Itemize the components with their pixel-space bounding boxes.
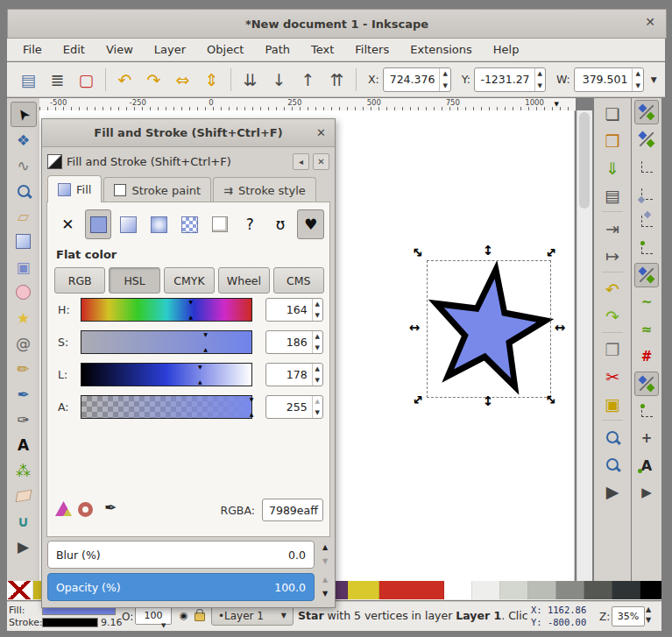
alpha-spin-frame[interactable]: 255▲▼ <box>265 395 323 419</box>
panel-close-button[interactable]: ✕ <box>313 153 329 170</box>
no-paint-button[interactable]: ✕ <box>54 209 81 239</box>
hue-value[interactable]: 164 <box>266 299 312 321</box>
spin-down-icon[interactable]: ▼ <box>315 377 320 384</box>
snap-bbox-centers-button[interactable] <box>634 236 659 260</box>
edit-cut-button[interactable]: ✂ <box>598 363 626 390</box>
palette-swatch-purple[interactable] <box>334 581 348 599</box>
document-import-button[interactable]: ⇥ <box>598 215 626 242</box>
snap-cusp-nodes-button[interactable]: # <box>634 344 659 369</box>
w-spin-arrows[interactable]: ▲▼ <box>632 68 642 91</box>
menu-view[interactable]: View <box>95 40 144 59</box>
zoom-value[interactable]: 35% <box>618 611 639 622</box>
opacity-up-icon[interactable]: ▲ <box>322 577 328 584</box>
scale-handle-bottom[interactable]: ↕ <box>481 394 495 408</box>
menu-extensions[interactable]: Extensions <box>400 40 483 59</box>
swatch-button[interactable] <box>206 209 233 239</box>
tool-node-editor[interactable]: ❖ <box>11 127 37 152</box>
select-all-layers-button[interactable]: ≣ <box>43 67 72 93</box>
w-spinbox[interactable]: 379.501 ▲▼ <box>574 67 644 92</box>
document-print-button[interactable]: ▤ <box>598 181 626 209</box>
snap-nodes-button[interactable] <box>634 263 659 287</box>
hue-spin-arrows[interactable]: ▲▼ <box>312 299 322 321</box>
snap-object-centers-button[interactable]: + <box>634 426 659 450</box>
spin-down-icon[interactable]: ▼ <box>635 82 640 89</box>
alpha-value[interactable]: 255 <box>266 396 312 418</box>
eyedropper-icon[interactable]: ✒ <box>104 499 117 516</box>
alpha-spinbox[interactable]: 255▲▼ <box>265 395 323 419</box>
color-mode-rgb[interactable]: RGB <box>54 267 105 294</box>
palette-swatch-gray-1[interactable] <box>528 581 556 599</box>
snap-text-baseline-button[interactable]: A <box>634 453 659 478</box>
snap-bbox-corners-button[interactable] <box>634 181 659 206</box>
snap-bbox-edges-button[interactable] <box>634 154 659 179</box>
document-open-button[interactable]: ❒ <box>598 127 626 154</box>
menu-help[interactable]: Help <box>483 40 530 59</box>
opacity-spin-arrows[interactable]: ▲ ▼ <box>318 573 332 601</box>
zoom-up-icon[interactable]: ▲ <box>646 605 651 613</box>
lightness-spin-arrows[interactable]: ▲▼ <box>312 364 322 386</box>
menu-edit[interactable]: Edit <box>53 40 95 59</box>
vertical-scrollbar[interactable] <box>577 110 592 581</box>
palette-swatch-black[interactable] <box>640 581 661 599</box>
tool-measure[interactable]: ▱ <box>11 203 37 229</box>
object-opacity-value[interactable]: 100 <box>145 610 163 621</box>
menu-layer[interactable]: Layer <box>144 40 196 59</box>
tab-stroke-style[interactable]: ⇉Stroke style <box>213 177 316 202</box>
zoom-spinbox[interactable]: 35% <box>612 606 645 626</box>
palette-swatch-red[interactable] <box>379 581 444 599</box>
blur-down-icon[interactable]: ▼ <box>322 558 328 565</box>
edit-duplicate-button[interactable]: ❐ <box>598 336 626 363</box>
x-value[interactable]: 724.376 <box>384 68 440 91</box>
color-mode-hsl[interactable]: HSL <box>109 267 159 294</box>
dialog-close-icon[interactable]: ✕ <box>316 126 326 139</box>
palette-swatch-light-gray-1[interactable] <box>472 581 500 599</box>
tool-more-tools[interactable]: ▶ <box>11 534 37 559</box>
object-opacity-down-icon[interactable]: ▼ <box>161 622 166 629</box>
spin-down-icon[interactable]: ▼ <box>315 409 320 416</box>
dialog-titlebar[interactable]: Fill and Stroke (Shift+Ctrl+F) ✕ <box>42 119 335 147</box>
tool-ellipse[interactable] <box>11 280 37 305</box>
layer-selector[interactable]: •Layer 1 ▼ <box>211 605 294 626</box>
tool-eraser[interactable] <box>11 483 37 508</box>
lightness-spin-frame[interactable]: 178▲▼ <box>265 363 323 386</box>
edit-paste-button[interactable]: ▣ <box>598 390 626 417</box>
window-close-icon[interactable]: ✕ <box>645 15 655 29</box>
unknown-paint-button[interactable]: ? <box>237 209 264 239</box>
window-titlebar[interactable]: *New document 1 - Inkscape ✕ <box>7 9 667 39</box>
pattern-button[interactable] <box>176 209 203 239</box>
flat-color-button[interactable] <box>85 209 112 239</box>
snap-bounding-box-button[interactable] <box>634 127 659 152</box>
color-mode-wheel[interactable]: Wheel <box>218 267 269 294</box>
tool-paint-bucket[interactable]: ∪ <box>11 508 37 534</box>
tool-zoom[interactable] <box>11 178 37 203</box>
saturation-spinbox[interactable]: 186▲▼ <box>265 330 323 354</box>
fill-rule-evenodd-button[interactable]: ʊ <box>267 209 294 239</box>
palette-swatch-gray-3[interactable] <box>584 581 612 599</box>
spin-down-icon[interactable]: ▼ <box>315 344 320 351</box>
zoom-down-icon[interactable]: ▼ <box>646 616 651 624</box>
opacity-slider[interactable]: Opacity (%) 100.0 <box>47 573 315 601</box>
spin-down-icon[interactable]: ▼ <box>538 82 542 89</box>
panel-collapse-button[interactable]: ◂ <box>293 153 309 170</box>
layer-visibility-icon[interactable]: ◉ <box>180 610 188 621</box>
tool-star[interactable]: ★ <box>11 305 37 330</box>
units-dropdown-icon[interactable]: ▼ <box>651 75 657 84</box>
y-value[interactable]: -1231.27 <box>475 68 534 91</box>
spin-up-icon[interactable]: ▲ <box>635 70 640 77</box>
color-managed-icon[interactable] <box>55 501 72 516</box>
x-spinbox[interactable]: 724.376 ▲▼ <box>383 67 451 92</box>
y-spin-arrows[interactable]: ▲▼ <box>534 68 545 91</box>
tool-calligraphy[interactable]: ✑ <box>11 407 37 432</box>
blur-spin-arrows[interactable]: ▲ ▼ <box>318 541 332 569</box>
palette-swatch-white[interactable] <box>444 581 472 599</box>
lightness-slider[interactable]: ▼▲ <box>81 363 252 386</box>
document-export-button[interactable]: ↦ <box>598 242 626 269</box>
deselect-button[interactable]: ▢ <box>72 67 101 93</box>
snap-midpoints-button[interactable] <box>634 399 659 423</box>
zoom-drawing-button[interactable] <box>598 450 626 478</box>
palette-swatch-gray-2[interactable] <box>556 581 584 599</box>
saturation-spin-arrows[interactable]: ▲▼ <box>312 331 322 353</box>
opacity-down-icon[interactable]: ▼ <box>322 591 328 598</box>
object-opacity-spinbox[interactable]: 100 <box>135 606 172 625</box>
color-mode-cms[interactable]: CMS <box>273 267 324 294</box>
